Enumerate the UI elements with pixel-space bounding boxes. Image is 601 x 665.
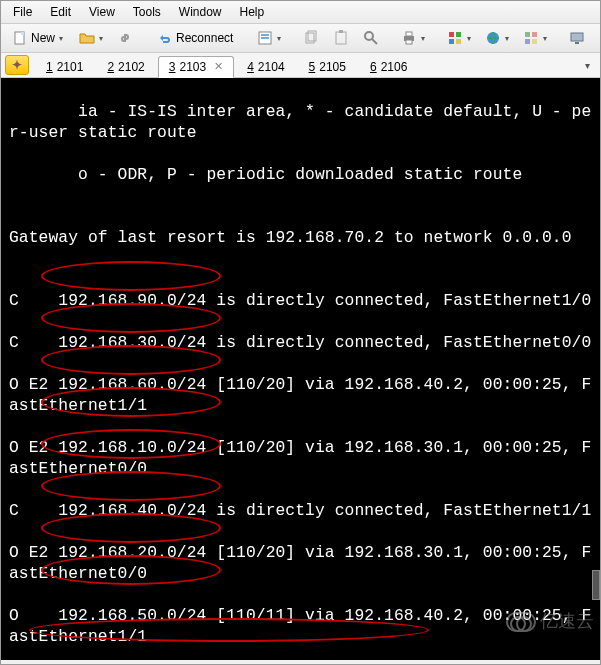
tab-accel: 6 <box>370 60 377 74</box>
new-label: New <box>31 31 55 45</box>
svg-rect-19 <box>525 32 530 37</box>
svg-rect-21 <box>525 39 530 44</box>
tab-label: 2105 <box>319 60 346 74</box>
terminal-line: O E2 192.168.20.0/24 [110/20] via 192.16… <box>9 542 596 584</box>
menu-file[interactable]: File <box>5 3 40 21</box>
tab-accel: 1 <box>46 60 53 74</box>
svg-rect-23 <box>571 33 583 41</box>
print-button[interactable]: ▾ <box>396 27 430 49</box>
paste-icon <box>333 30 349 46</box>
tab-2103[interactable]: 3 2103 ✕ <box>158 56 234 78</box>
svg-rect-4 <box>261 37 269 39</box>
terminal-line: o - ODR, P - periodic downloaded static … <box>9 164 596 185</box>
chevron-down-icon: ▾ <box>543 34 547 43</box>
link-icon <box>117 30 133 46</box>
svg-rect-14 <box>449 32 454 37</box>
svg-rect-8 <box>339 30 343 33</box>
svg-rect-17 <box>456 39 461 44</box>
tabbar: ✦ 1 2101 2 2102 3 2103 ✕ 4 2104 5 2105 6… <box>1 53 600 78</box>
terminal-line: C 192.168.90.0/24 is directly connected,… <box>9 290 596 311</box>
tab-label: 2101 <box>57 60 84 74</box>
menu-help[interactable]: Help <box>232 3 273 21</box>
chevron-down-icon: ▾ <box>99 34 103 43</box>
svg-rect-3 <box>261 34 269 36</box>
terminal-line: ia - IS-IS inter area, * - candidate def… <box>9 101 596 143</box>
monitor-icon <box>569 30 585 46</box>
terminal-line: C 192.168.30.0/24 is directly connected,… <box>9 332 596 353</box>
tab-2105[interactable]: 5 2105 <box>298 56 357 77</box>
tab-2101[interactable]: 1 2101 <box>35 56 94 77</box>
menu-edit[interactable]: Edit <box>42 3 79 21</box>
view-button[interactable] <box>564 27 590 49</box>
color-grid-icon <box>447 30 463 46</box>
svg-rect-20 <box>532 32 537 37</box>
menu-window[interactable]: Window <box>171 3 230 21</box>
new-button[interactable]: New ▾ <box>5 27 70 49</box>
print-icon <box>401 30 417 46</box>
annotation-ellipse <box>41 261 221 291</box>
terminal-line: Gateway of last resort is 192.168.70.2 t… <box>9 227 596 248</box>
tab-label: 2106 <box>381 60 408 74</box>
terminal-line: O 192.168.50.0/24 [110/11] via 192.168.4… <box>9 605 596 647</box>
terminal-line: C 192.168.40.0/24 is directly connected,… <box>9 500 596 521</box>
scrollbar-grip[interactable] <box>592 570 600 600</box>
menu-view[interactable]: View <box>81 3 123 21</box>
tab-accel: 2 <box>107 60 114 74</box>
tab-2104[interactable]: 4 2104 <box>236 56 295 77</box>
new-icon <box>12 30 28 46</box>
reconnect-icon <box>157 30 173 46</box>
tab-accel: 4 <box>247 60 254 74</box>
find-button[interactable] <box>358 27 384 49</box>
tab-2102[interactable]: 2 2102 <box>96 56 155 77</box>
paste-button[interactable] <box>328 27 354 49</box>
tools-button[interactable]: ▾ <box>518 27 552 49</box>
new-tab-button[interactable]: ✦ <box>5 55 29 75</box>
search-icon <box>363 30 379 46</box>
properties-button[interactable]: ▾ <box>252 27 286 49</box>
globe-icon <box>485 30 501 46</box>
svg-rect-7 <box>336 32 346 44</box>
svg-rect-13 <box>406 40 412 44</box>
menubar: File Edit View Tools Window Help <box>1 1 600 24</box>
tab-label: 2103 <box>179 60 206 74</box>
terminal-line: O E2 192.168.10.0/24 [110/20] via 192.16… <box>9 437 596 479</box>
tools-icon <box>523 30 539 46</box>
copy-icon <box>303 30 319 46</box>
svg-rect-15 <box>456 32 461 37</box>
tab-label: 2102 <box>118 60 145 74</box>
folder-open-icon <box>79 30 95 46</box>
tab-accel: 3 <box>169 60 176 74</box>
terminal[interactable]: ia - IS-IS inter area, * - candidate def… <box>1 78 600 660</box>
options-button[interactable]: ▾ <box>442 27 476 49</box>
chevron-down-icon: ▾ <box>467 34 471 43</box>
tab-menu-button[interactable]: ▾ <box>579 58 596 73</box>
properties-icon <box>257 30 273 46</box>
menu-tools[interactable]: Tools <box>125 3 169 21</box>
close-icon[interactable]: ✕ <box>214 60 223 73</box>
network-button[interactable]: ▾ <box>480 27 514 49</box>
chevron-down-icon: ▾ <box>59 34 63 43</box>
svg-rect-12 <box>406 32 412 36</box>
svg-rect-16 <box>449 39 454 44</box>
lock-button[interactable]: ▾ <box>594 27 601 49</box>
tab-accel: 5 <box>309 60 316 74</box>
chevron-down-icon: ▾ <box>505 34 509 43</box>
link-button[interactable] <box>112 27 138 49</box>
svg-line-10 <box>372 39 377 44</box>
svg-rect-1 <box>21 32 24 35</box>
chevron-down-icon: ▾ <box>421 34 425 43</box>
svg-point-9 <box>365 32 373 40</box>
tab-label: 2104 <box>258 60 285 74</box>
terminal-line: O E2 192.168.60.0/24 [110/20] via 192.16… <box>9 374 596 416</box>
svg-rect-22 <box>532 39 537 44</box>
chevron-down-icon: ▾ <box>277 34 281 43</box>
tab-2106[interactable]: 6 2106 <box>359 56 418 77</box>
svg-rect-24 <box>575 42 579 44</box>
reconnect-button[interactable]: Reconnect <box>150 27 240 49</box>
reconnect-label: Reconnect <box>176 31 233 45</box>
copy-button[interactable] <box>298 27 324 49</box>
open-button[interactable]: ▾ <box>74 27 108 49</box>
toolbar: New ▾ ▾ Reconnect ▾ <box>1 24 600 53</box>
